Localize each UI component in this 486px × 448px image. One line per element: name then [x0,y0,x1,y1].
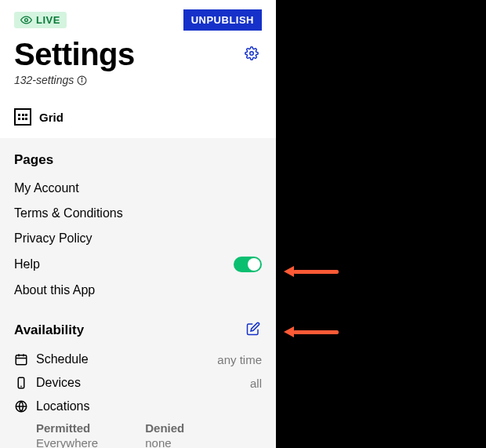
lower-section: Pages My Account Terms & Conditions Priv… [0,138,276,448]
eye-icon [20,14,32,26]
permitted-label: Permitted [36,421,98,435]
page-item-my-account[interactable]: My Account [14,176,262,201]
availability-edit-button[interactable] [245,320,262,340]
svg-point-0 [25,19,28,22]
settings-panel: LIVE UNPUBLISH Settings 132-settings Gri… [0,0,276,448]
page-item-label: My Account [14,181,79,195]
settings-gear-button[interactable] [241,43,262,66]
title-row: Settings [0,31,276,74]
permitted-value: Everywhere [36,436,98,448]
locations-denied: Denied none [145,421,184,448]
page-item-terms[interactable]: Terms & Conditions [14,201,262,226]
page-item-label: Terms & Conditions [14,206,123,220]
annotation-arrow [284,326,339,337]
slug-info-button[interactable] [77,75,87,86]
svg-point-4 [82,78,82,78]
availability-header: Availability [14,320,262,340]
calendar-icon [14,352,28,366]
page-title: Settings [14,37,135,72]
page-item-help[interactable]: Help [14,251,262,278]
page-item-label: Privacy Policy [14,231,92,246]
edit-icon [246,322,260,336]
denied-value: none [145,436,184,448]
header-top-row: LIVE UNPUBLISH [0,0,276,31]
pages-list: My Account Terms & Conditions Privacy Po… [14,176,262,303]
layout-row[interactable]: Grid [0,96,276,138]
locations-subrow: Permitted Everywhere Denied none [14,421,262,448]
live-badge-text: LIVE [36,14,60,26]
layout-label: Grid [39,111,63,124]
svg-rect-5 [16,355,27,365]
availability-devices-row: Devices all [14,371,262,395]
schedule-label: Schedule [36,352,89,366]
grid-icon [14,108,31,126]
device-icon [14,376,28,390]
page-item-about[interactable]: About this App [14,278,262,303]
page-item-label: About this App [14,283,95,297]
locations-label: Locations [36,399,90,413]
live-badge: LIVE [14,12,67,28]
annotation-arrow [284,266,339,277]
page-item-privacy[interactable]: Privacy Policy [14,226,262,251]
unpublish-button[interactable]: UNPUBLISH [183,9,262,31]
schedule-value: any time [217,353,262,366]
page-item-label: Help [14,257,40,271]
devices-value: all [250,377,262,390]
slug-text: 132-settings [14,74,74,86]
slug-row: 132-settings [0,74,276,96]
availability-schedule-row: Schedule any time [14,348,262,371]
devices-label: Devices [36,376,81,390]
locations-permitted: Permitted Everywhere [36,421,98,448]
globe-icon [14,399,28,413]
svg-point-1 [250,52,254,56]
denied-label: Denied [145,421,184,435]
gear-icon [245,46,259,60]
availability-locations-row: Locations [14,395,262,418]
availability-section-title: Availability [14,322,84,338]
pages-section-title: Pages [14,152,262,168]
info-icon [77,75,87,86]
help-toggle[interactable] [234,257,262,272]
